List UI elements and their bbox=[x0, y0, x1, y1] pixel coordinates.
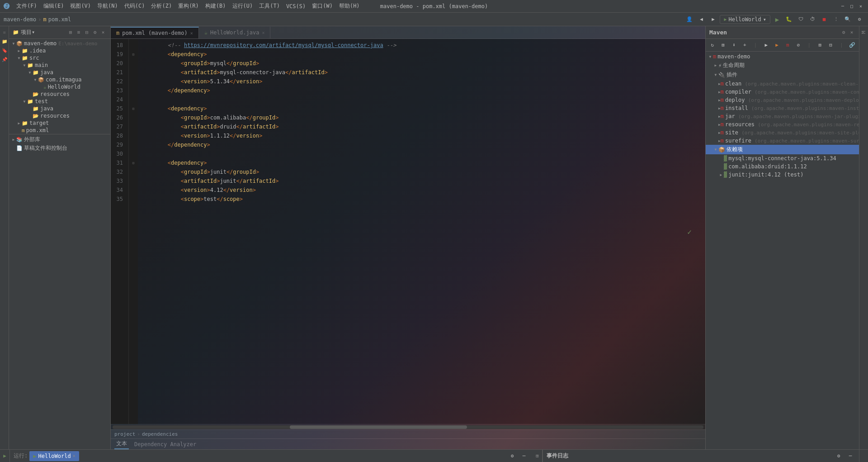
maven-skip-test-btn[interactable]: ⊘ bbox=[793, 40, 803, 50]
maven-plugins[interactable]: ▼ 🔌 插件 bbox=[706, 70, 859, 80]
run-settings-icon[interactable]: ⚙ bbox=[507, 451, 517, 461]
toolbar-back-btn[interactable]: ◀ bbox=[696, 14, 706, 24]
tree-test-resources[interactable]: 📂 resources bbox=[9, 112, 110, 119]
toolbar-user-icon[interactable]: 👤 bbox=[684, 14, 694, 24]
tree-external-libs[interactable]: ▶ 📚 外部库 bbox=[9, 135, 110, 144]
maven-plugin-install[interactable]: ▶ m install (org.apache.maven.plugins:ma… bbox=[706, 104, 859, 112]
menu-edit[interactable]: 编辑(E) bbox=[41, 1, 67, 11]
maven-plugin-site[interactable]: ▶ m site (org.apache.maven.plugins:maven… bbox=[706, 129, 859, 137]
maven-generate-btn[interactable]: ⊞ bbox=[718, 40, 728, 50]
tree-package[interactable]: ▼ 📦 com.itmagua bbox=[9, 76, 110, 83]
tree-pom[interactable]: m pom.xml bbox=[9, 127, 110, 134]
menu-window[interactable]: 窗口(W) bbox=[309, 1, 335, 11]
code-content[interactable]: <!-- https://mvnrepository.com/artifact/… bbox=[138, 39, 705, 424]
maven-refresh-btn[interactable]: ↻ bbox=[708, 40, 717, 50]
project-close-icon[interactable]: × bbox=[99, 29, 107, 36]
project-compact-icon[interactable]: ≡ bbox=[75, 29, 82, 36]
menu-refactor[interactable]: 重构(R) bbox=[175, 1, 202, 11]
toolbar-forward-btn[interactable]: ▶ bbox=[708, 14, 718, 24]
settings-btn[interactable]: ⚙ bbox=[854, 14, 864, 24]
tree-root[interactable]: ▼ 📦 maven-demo E:\maven-demo bbox=[9, 40, 110, 47]
tab-text[interactable]: 文本 bbox=[114, 439, 129, 449]
menu-build[interactable]: 构建(B) bbox=[203, 1, 229, 11]
fold-19[interactable]: ⊟ bbox=[129, 50, 138, 59]
tree-main-resources[interactable]: 📂 resources bbox=[9, 90, 110, 98]
run-minimize-btn[interactable]: ─ bbox=[519, 451, 529, 461]
fold-25[interactable]: ⊟ bbox=[129, 104, 138, 113]
maven-download-btn[interactable]: ⬇ bbox=[729, 40, 739, 50]
left-icon-4[interactable]: 📌 bbox=[0, 55, 9, 63]
maven-dependencies[interactable]: ▼ 📦 依赖项 bbox=[706, 145, 859, 154]
breadcrumb-file[interactable]: pom.xml bbox=[48, 16, 71, 23]
tree-test[interactable]: ▼ 📁 test bbox=[9, 98, 110, 105]
tree-main-java[interactable]: ▼ 📁 java bbox=[9, 69, 110, 76]
maven-collapse-btn[interactable]: ⊟ bbox=[826, 40, 836, 50]
menu-tools[interactable]: 工具(T) bbox=[256, 1, 283, 11]
maven-maven-icon[interactable]: m bbox=[783, 40, 793, 50]
tab-hw-close[interactable]: × bbox=[262, 30, 264, 35]
maven-debug-btn[interactable]: ▶ bbox=[772, 40, 782, 50]
run-configuration[interactable]: ▶ HelloWorld ▾ bbox=[720, 15, 770, 24]
profile-btn[interactable]: ⏱ bbox=[807, 14, 817, 24]
event-settings-icon[interactable]: ⚙ bbox=[834, 451, 844, 461]
tree-idea[interactable]: ▶ 📁 .idea bbox=[9, 47, 110, 54]
maven-dep-junit[interactable]: ▶ ▓ junit:junit:4.12 (test) bbox=[706, 171, 859, 179]
menu-view[interactable]: 视图(V) bbox=[67, 1, 94, 11]
maven-lifecycle[interactable]: ▶ ⚡ 生命周期 bbox=[706, 61, 859, 70]
run-with-coverage-btn[interactable]: 🛡 bbox=[796, 14, 806, 24]
fold-31[interactable]: ⊟ bbox=[129, 158, 138, 167]
left-icon-1[interactable]: ≡ bbox=[0, 28, 9, 36]
horizontal-scrollbar[interactable] bbox=[111, 424, 705, 429]
maven-settings-icon[interactable]: ⚙ bbox=[840, 29, 847, 36]
search-btn[interactable]: 🔍 bbox=[843, 14, 853, 24]
tree-src[interactable]: ▼ 📁 src bbox=[9, 54, 110, 62]
maximize-button[interactable]: □ bbox=[848, 3, 855, 10]
maven-dep-mysql[interactable]: ▓ mysql:mysql-connector-java:5.1.34 bbox=[706, 154, 859, 162]
toolbar-stop-btn[interactable]: ■ bbox=[819, 14, 829, 24]
maven-close-icon[interactable]: × bbox=[848, 29, 855, 36]
left-icon-2[interactable]: 📁 bbox=[0, 37, 9, 45]
menu-vcs[interactable]: VCS(S) bbox=[283, 2, 308, 10]
maven-plugin-jar[interactable]: ▶ m jar (org.apache.maven.plugins:maven-… bbox=[706, 112, 859, 120]
maven-add-btn[interactable]: + bbox=[740, 40, 750, 50]
tree-main[interactable]: ▼ 📁 main bbox=[9, 62, 110, 69]
tab-dependency-analyzer[interactable]: Dependency Analyzer bbox=[132, 440, 198, 448]
project-settings-icon[interactable]: ⚙ bbox=[91, 29, 99, 36]
menu-navigate[interactable]: 导航(N) bbox=[94, 1, 121, 11]
event-expand-btn[interactable]: ⊞ bbox=[533, 452, 542, 460]
menu-file[interactable]: 文件(F) bbox=[14, 1, 40, 11]
run-again-btn[interactable]: ▶ bbox=[1, 452, 9, 460]
tab-pom-xml[interactable]: m pom.xml (maven-demo) × bbox=[111, 27, 199, 38]
maven-expand-btn[interactable]: ⊞ bbox=[815, 40, 825, 50]
maven-plugin-resources[interactable]: ▶ m resources (org.apache.maven.plugins:… bbox=[706, 120, 859, 129]
project-collapse-icon[interactable]: ⊟ bbox=[83, 29, 90, 36]
close-button[interactable]: ✕ bbox=[857, 3, 864, 10]
maven-plugin-deploy[interactable]: ▶ m deploy (org.apache.maven.plugins:mav… bbox=[706, 96, 859, 104]
run-button[interactable]: ▶ bbox=[772, 14, 782, 24]
toolbar-more-btn[interactable]: ⋮ bbox=[831, 14, 841, 24]
menu-help[interactable]: 帮助(H) bbox=[336, 1, 363, 11]
right-icon-1[interactable]: M bbox=[860, 28, 868, 36]
maven-dep-druid[interactable]: ▓ com.alibaba:druid:1.1.12 bbox=[706, 162, 859, 171]
scroll-track[interactable] bbox=[113, 425, 703, 429]
menu-analyze[interactable]: 分析(Z) bbox=[148, 1, 175, 11]
run-tab-helloworld[interactable]: ▶ HelloWorld × bbox=[29, 451, 79, 461]
maven-run-btn[interactable]: ▶ bbox=[761, 40, 771, 50]
scroll-thumb[interactable] bbox=[290, 425, 467, 429]
tab-pom-close[interactable]: × bbox=[190, 31, 193, 36]
run-tab-close[interactable]: × bbox=[73, 453, 75, 458]
tree-test-java[interactable]: 📁 java bbox=[9, 105, 110, 112]
tree-target[interactable]: ▶ 📁 target bbox=[9, 119, 110, 127]
maven-link-btn[interactable]: 🔗 bbox=[847, 40, 857, 50]
menu-run[interactable]: 运行(U) bbox=[230, 1, 256, 11]
left-icon-3[interactable]: 🔖 bbox=[0, 46, 9, 54]
maven-plugin-surefire[interactable]: ▶ m surefire (org.apache.maven.plugins:m… bbox=[706, 137, 859, 145]
tab-helloworld[interactable]: ☕ HelloWorld.java × bbox=[199, 27, 271, 38]
menu-code[interactable]: 代码(C) bbox=[122, 1, 148, 11]
maven-root[interactable]: ▼ m maven-demo bbox=[706, 52, 859, 61]
minimize-button[interactable]: ─ bbox=[839, 3, 846, 10]
project-scope-icon[interactable]: ⊞ bbox=[67, 29, 74, 36]
maven-plugin-clean[interactable]: ▶ m clean (org.apache.maven.plugins:mave… bbox=[706, 80, 859, 88]
debug-button[interactable]: 🐛 bbox=[784, 14, 794, 24]
maven-plugin-compiler[interactable]: ▶ m compiler (org.apache.maven.plugins:m… bbox=[706, 88, 859, 96]
